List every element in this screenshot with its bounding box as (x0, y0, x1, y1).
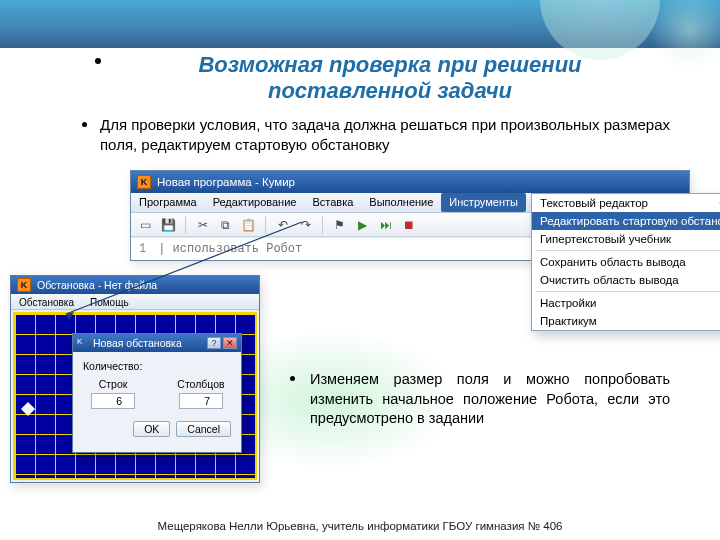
slide-footer: Мещерякова Нелли Юрьевна, учитель информ… (0, 520, 720, 532)
run-icon[interactable]: ▶ (354, 216, 371, 233)
app-k-icon: K (137, 175, 151, 189)
dropdown-item[interactable]: Настройки (532, 294, 720, 312)
copy-icon[interactable]: ⧉ (217, 216, 234, 233)
step-icon[interactable]: ⏭ (377, 216, 394, 233)
rows-input[interactable] (91, 393, 135, 409)
separator (185, 216, 186, 234)
paste-icon[interactable]: 📋 (240, 216, 257, 233)
menu-выполнение[interactable]: Выполнение (361, 193, 441, 212)
dropdown-item[interactable]: Практикум (532, 312, 720, 330)
dropdown-item[interactable]: Гипертекстовый учебник (532, 230, 720, 248)
app-titlebar: K Новая программа - Кумир (131, 171, 689, 193)
robot-marker-icon (21, 402, 35, 416)
rows-label: Строк (99, 378, 128, 390)
menu-редактирование[interactable]: Редактирование (205, 193, 305, 212)
app-title: Новая программа - Кумир (157, 176, 295, 188)
cols-input[interactable] (179, 393, 223, 409)
app-k-icon: K (17, 278, 31, 292)
robot-titlebar: K Обстановка - Нет файла (11, 276, 259, 294)
bullet-icon (290, 376, 295, 381)
app-k-icon: K (77, 337, 89, 349)
robot-menubar: ОбстановкаПомощь (11, 294, 259, 310)
separator (536, 250, 720, 251)
code-gutter: 1 (139, 242, 146, 256)
menu-программа[interactable]: Программа (131, 193, 205, 212)
second-paragraph: Изменяем размер поля и можно попробовать… (310, 370, 670, 429)
dropdown-item[interactable]: Очистить область вывода (532, 271, 720, 289)
close-window-button[interactable]: ✕ (223, 337, 237, 349)
tools-dropdown: Текстовый редакторCtrl+Shift+NРедактиров… (531, 193, 720, 331)
robot-menu-помощь[interactable]: Помощь (82, 294, 137, 309)
ok-button[interactable]: OK (133, 421, 170, 437)
save-icon[interactable]: 💾 (160, 216, 177, 233)
flag-icon[interactable]: ⚑ (331, 216, 348, 233)
dropdown-item[interactable]: Текстовый редакторCtrl+Shift+N (532, 194, 720, 212)
cut-icon[interactable]: ✂ (194, 216, 211, 233)
separator (265, 216, 266, 234)
dialog-titlebar: K Новая обстановка ? ✕ (73, 334, 241, 352)
stop-icon[interactable]: ⏹ (400, 216, 417, 233)
bullet-icon (95, 58, 101, 64)
redo-icon[interactable]: ↷ (297, 216, 314, 233)
dialog-heading: Количество: (83, 360, 231, 372)
kumir-app-window: K Новая программа - Кумир ПрограммаРедак… (130, 170, 690, 261)
cancel-button[interactable]: Cancel (176, 421, 231, 437)
new-file-icon[interactable]: ▭ (137, 216, 154, 233)
robot-menu-обстановка[interactable]: Обстановка (11, 294, 82, 309)
separator (536, 291, 720, 292)
code-line: | использовать Робот (158, 242, 302, 256)
robot-title: Обстановка - Нет файла (37, 279, 157, 291)
menu-инструменты[interactable]: Инструменты (441, 193, 526, 212)
cols-label: Столбцов (177, 378, 224, 390)
dropdown-item[interactable]: Редактировать стартовую обстановку Робот… (532, 212, 720, 230)
menu-вставка[interactable]: Вставка (304, 193, 361, 212)
separator (322, 216, 323, 234)
para2-block: Изменяем размер поля и можно попробовать… (290, 370, 670, 429)
help-window-button[interactable]: ? (207, 337, 221, 349)
intro-paragraph: Для проверки условия, что задача должна … (100, 115, 670, 156)
dropdown-item[interactable]: Сохранить область вывода (532, 253, 720, 271)
undo-icon[interactable]: ↶ (274, 216, 291, 233)
new-scene-dialog: K Новая обстановка ? ✕ Количество: Строк… (72, 333, 242, 453)
dialog-title: Новая обстановка (93, 337, 182, 349)
decorative-header (0, 0, 720, 48)
slide-title: Возможная проверка при решении поставлен… (120, 52, 660, 105)
bullet-icon (82, 122, 87, 127)
